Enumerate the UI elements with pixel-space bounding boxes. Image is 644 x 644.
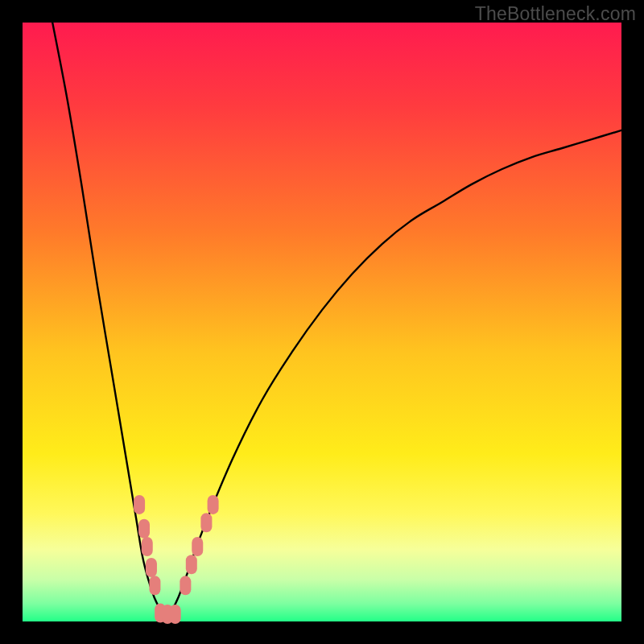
data-marker	[146, 558, 157, 577]
data-marker	[180, 576, 191, 595]
plot-area	[23, 23, 621, 621]
data-marker	[192, 537, 203, 556]
chart-frame: TheBottleneck.com	[0, 0, 644, 644]
watermark-text: TheBottleneck.com	[475, 3, 636, 25]
data-marker	[170, 605, 181, 624]
data-marker	[208, 495, 219, 514]
data-marker	[186, 555, 197, 574]
curve-right-branch	[167, 130, 621, 618]
chart-svg	[23, 23, 621, 621]
data-marker	[138, 519, 150, 539]
data-marker	[142, 537, 153, 556]
data-marker	[134, 495, 145, 514]
data-marker	[200, 513, 212, 532]
data-marker	[149, 576, 160, 595]
